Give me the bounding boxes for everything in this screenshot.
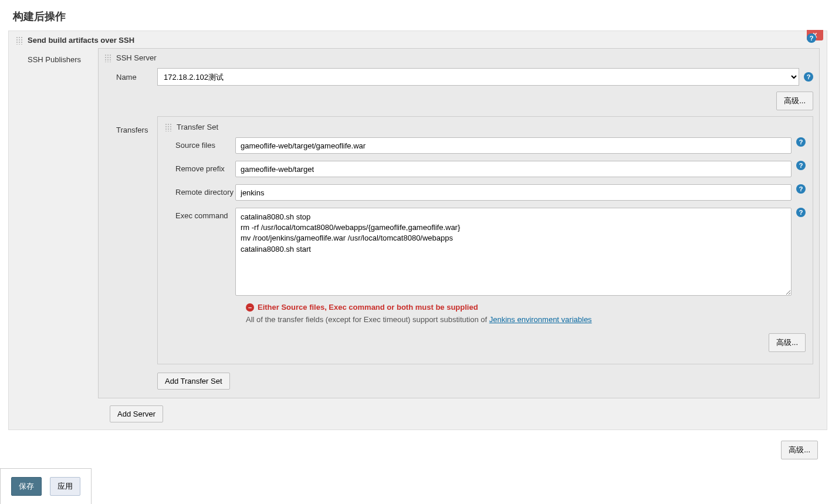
post-build-action-section: Send build artifacts over SSH X ? SSH Pu… <box>8 31 827 430</box>
exec-command-label: Exec command <box>165 208 235 220</box>
help-icon[interactable]: ? <box>796 208 806 217</box>
ssh-publishers-label: SSH Publishers <box>16 48 98 64</box>
name-label: Name <box>104 73 157 82</box>
remote-directory-label: Remote directory <box>165 184 235 197</box>
advanced-button[interactable]: 高级... <box>776 92 813 110</box>
error-message: – Either Source files, Exec command or b… <box>165 303 806 312</box>
error-text: Either Source files, Exec command or bot… <box>258 303 478 312</box>
section-title: Send build artifacts over SSH <box>28 36 134 45</box>
transfers-label: Transfers <box>104 116 157 134</box>
exec-command-textarea[interactable] <box>235 208 792 296</box>
name-select[interactable]: 172.18.2.102测试 <box>157 68 799 86</box>
help-icon[interactable]: ? <box>796 184 806 194</box>
error-icon: – <box>246 303 254 312</box>
bottom-advanced-button[interactable]: 高级... <box>781 441 818 459</box>
drag-handle-icon[interactable] <box>104 54 111 62</box>
add-transfer-set-button[interactable]: Add Transfer Set <box>157 373 230 390</box>
footer-bar: 保存 应用 <box>0 468 92 500</box>
add-server-button[interactable]: Add Server <box>110 405 163 422</box>
ssh-server-label: SSH Server <box>116 53 157 62</box>
help-icon[interactable]: ? <box>807 33 816 43</box>
help-icon[interactable]: ? <box>804 72 813 82</box>
page-title: 构建后操作 <box>0 0 832 31</box>
env-vars-link[interactable]: Jenkins environment variables <box>489 315 592 324</box>
help-icon[interactable]: ? <box>796 161 806 170</box>
save-button[interactable]: 保存 <box>11 477 42 496</box>
ssh-server-panel: SSH Server Name 172.18.2.102测试 ? 高级... T… <box>98 48 820 398</box>
source-files-input[interactable] <box>235 137 792 154</box>
section-header: Send build artifacts over SSH X <box>16 36 820 45</box>
apply-button[interactable]: 应用 <box>50 477 80 496</box>
remove-prefix-input[interactable] <box>235 161 792 177</box>
remote-directory-input[interactable] <box>235 184 792 201</box>
help-icon[interactable]: ? <box>796 137 806 147</box>
drag-handle-icon[interactable] <box>165 123 172 131</box>
transfer-advanced-button[interactable]: 高级... <box>769 333 806 352</box>
transfer-set-panel: Transfer Set Source files ? Remove prefi… <box>157 116 813 364</box>
transfer-set-label: Transfer Set <box>177 123 218 131</box>
drag-handle-icon[interactable] <box>16 36 23 45</box>
info-text: All of the transfer fields (except for E… <box>165 315 806 324</box>
remove-prefix-label: Remove prefix <box>165 161 235 173</box>
source-files-label: Source files <box>165 137 235 150</box>
